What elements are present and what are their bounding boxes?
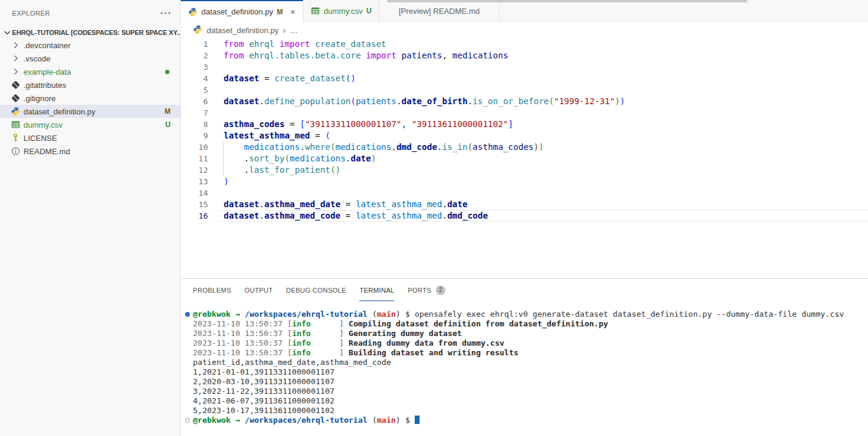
breadcrumb-ellipsis[interactable]: …	[290, 26, 298, 35]
gutter-space	[208, 84, 224, 96]
code-text: medications.where(medications.dmd_code.i…	[224, 142, 544, 153]
tab-dummy-csv[interactable]: dummy.csvU	[303, 0, 379, 22]
explorer-panel: EXPLORER ··· EHRQL-TUTORIAL [CODESPACES:…	[0, 0, 181, 436]
file-tree: .devcontainer.vscodeexample-data.gitattr…	[0, 39, 180, 158]
panel-tab-ports[interactable]: PORTS2	[407, 279, 445, 301]
terminal[interactable]: @rebkwok → /workspaces/ehrql-tutorial (m…	[181, 301, 868, 436]
line-number: 13	[181, 176, 208, 187]
panel-tab-output[interactable]: OUTPUT	[245, 279, 273, 301]
line-number: 10	[181, 142, 208, 153]
folder-chevron-icon	[11, 54, 20, 63]
tab-label: [Preview] README.md	[398, 7, 479, 16]
line-number: 12	[181, 164, 208, 176]
code-text: from ehrql.tables.beta.core import patie…	[224, 50, 508, 61]
license-icon	[11, 133, 20, 143]
breadcrumb[interactable]: dataset_definition.py › …	[181, 22, 868, 39]
gutter-space	[208, 119, 224, 130]
editor-group: dataset_definition.pyM×dummy.csvU[Previe…	[181, 0, 868, 436]
file-name: LICENSE	[24, 134, 57, 143]
gutter-space	[208, 142, 224, 153]
command-pending-icon	[185, 418, 190, 423]
tab-label: dataset_definition.py	[201, 7, 273, 16]
code-line: 13)	[181, 176, 868, 187]
file-row--vscode[interactable]: .vscode	[0, 52, 180, 65]
file-row-readme-md[interactable]: README.md	[0, 145, 180, 158]
panel-tab-label: TERMINAL	[359, 287, 394, 294]
file-row-example-data[interactable]: example-data	[0, 65, 180, 78]
code-text: latest_asthma_med = (	[224, 130, 330, 142]
code-line: 14	[181, 187, 868, 199]
file-row--devcontainer[interactable]: .devcontainer	[0, 39, 180, 52]
panel-tab-label: DEBUG CONSOLE	[286, 287, 347, 294]
close-icon[interactable]: ×	[290, 8, 295, 16]
file-row-license[interactable]: LICENSE	[0, 131, 180, 145]
command-success-icon	[185, 312, 190, 317]
line-number: 8	[181, 119, 208, 130]
terminal-line: @rebkwok → /workspaces/ehrql-tutorial (m…	[193, 416, 868, 425]
tab-bar: dataset_definition.pyM×dummy.csvU[Previe…	[181, 0, 868, 22]
bottom-panel: PROBLEMSOUTPUTDEBUG CONSOLETERMINALPORTS…	[181, 278, 868, 436]
chevron-down-icon	[2, 28, 12, 37]
terminal-line: 3,2022-11-22,39113311000001107	[193, 387, 868, 396]
tab--preview-readme-md[interactable]: [Preview] README.md	[379, 0, 499, 22]
file-name: dummy.csv	[24, 120, 63, 129]
code-line: 3	[181, 61, 868, 73]
line-number: 2	[181, 50, 208, 61]
tab-dataset-definition-py[interactable]: dataset_definition.pyM×	[181, 0, 303, 22]
terminal-line: 2023-11-10 13:50:37 [info ] Compiling da…	[193, 319, 868, 329]
vscode-window: EXPLORER ··· EHRQL-TUTORIAL [CODESPACES:…	[0, 0, 868, 436]
line-number: 15	[181, 199, 208, 210]
line-number: 5	[181, 84, 208, 96]
line-number: 3	[181, 61, 208, 73]
explorer-header: EXPLORER ···	[0, 0, 180, 26]
panel-tab-terminal[interactable]: TERMINAL	[359, 279, 394, 301]
python-icon	[188, 7, 198, 17]
python-icon	[193, 25, 203, 36]
code-line: 8asthma_codes = ["39113311000001107", "3…	[181, 119, 868, 130]
code-line: 12 .last_for_patient()	[181, 164, 868, 176]
code-text: dataset.asthma_med_date = latest_asthma_…	[224, 199, 468, 210]
code-line: 2from ehrql.tables.beta.core import pati…	[181, 50, 868, 61]
more-actions-icon[interactable]: ···	[160, 10, 172, 16]
file-row--gitattributes[interactable]: .gitattributes	[0, 78, 180, 92]
panel-tab-label: OUTPUT	[245, 287, 273, 294]
section-title: EHRQL-TUTORIAL [CODESPACES: SUPER SPACE …	[12, 29, 180, 36]
code-text: from ehrql import create_dataset	[224, 39, 386, 50]
tab-dirty-badge: U	[366, 7, 372, 15]
terminal-line: 2023-11-10 13:50:37 [info ] Reading dumm…	[193, 338, 868, 348]
terminal-line: @rebkwok → /workspaces/ehrql-tutorial (m…	[193, 310, 868, 319]
file-row-dataset-definition-py[interactable]: dataset_definition.pyM	[0, 105, 180, 118]
gutter-space	[208, 199, 224, 210]
python-icon	[11, 107, 20, 116]
code-text: dataset.define_population(patients.date_…	[224, 96, 625, 107]
file-row--gitignore[interactable]: .gitignore	[0, 92, 180, 105]
git-status-badge: M	[165, 107, 171, 116]
section-header[interactable]: EHRQL-TUTORIAL [CODESPACES: SUPER SPACE …	[0, 26, 180, 39]
line-number: 7	[181, 107, 208, 119]
code-editor[interactable]: 1from ehrql import create_dataset2from e…	[181, 39, 868, 278]
panel-tab-debug-console[interactable]: DEBUG CONSOLE	[286, 279, 347, 301]
panel-tab-problems[interactable]: PROBLEMS	[193, 279, 231, 301]
line-number: 14	[181, 187, 208, 199]
gutter-space	[208, 61, 224, 73]
file-row-dummy-csv[interactable]: dummy.csvU	[0, 118, 180, 131]
gutter-space	[208, 153, 224, 164]
code-line: 6dataset.define_population(patients.date…	[181, 96, 868, 107]
csv-icon	[310, 6, 320, 16]
terminal-line: 2,2020-03-10,39113311000001107	[193, 377, 868, 387]
code-line: 1from ehrql import create_dataset	[181, 39, 868, 50]
line-number: 16	[181, 210, 208, 222]
file-name: .devcontainer	[24, 41, 71, 50]
code-line: 5	[181, 84, 868, 96]
code-text: dataset.asthma_med_code = latest_asthma_…	[224, 210, 488, 222]
tab-dirty-badge: M	[277, 8, 283, 16]
explorer-title: EXPLORER	[12, 10, 50, 17]
tabbar-scrollbar[interactable]	[387, 0, 747, 2]
info-icon	[11, 146, 20, 156]
file-name: example-data	[24, 67, 71, 76]
folder-chevron-icon	[11, 40, 20, 50]
terminal-line: 5,2023-10-17,39113611000001102	[193, 406, 868, 416]
code-line: 15dataset.asthma_med_date = latest_asthm…	[181, 199, 868, 210]
breadcrumb-file[interactable]: dataset_definition.py	[207, 26, 278, 35]
breadcrumb-separator: ›	[283, 25, 286, 35]
